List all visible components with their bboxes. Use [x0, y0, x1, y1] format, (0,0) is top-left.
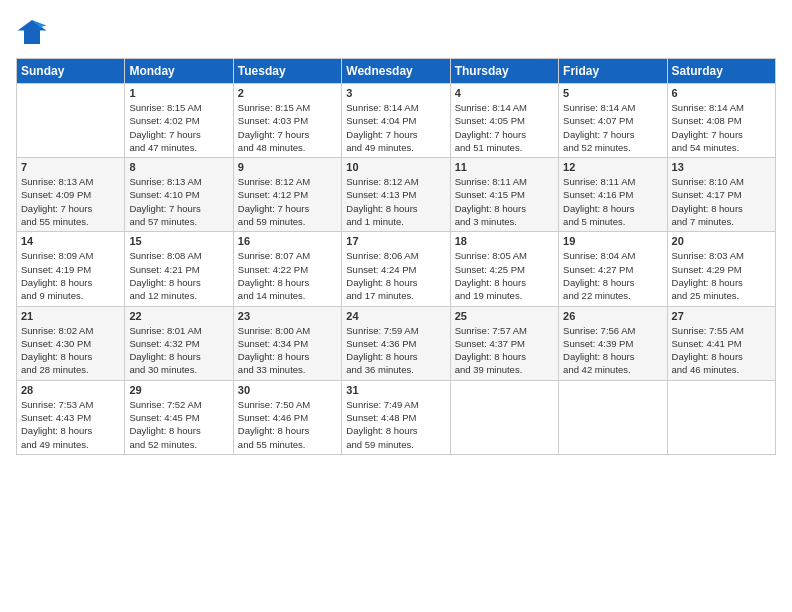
- calendar-cell: 8Sunrise: 8:13 AM Sunset: 4:10 PM Daylig…: [125, 158, 233, 232]
- day-content: Sunrise: 8:14 AM Sunset: 4:08 PM Dayligh…: [672, 101, 771, 154]
- calendar-cell: 31Sunrise: 7:49 AM Sunset: 4:48 PM Dayli…: [342, 380, 450, 454]
- day-header-tuesday: Tuesday: [233, 59, 341, 84]
- calendar-cell: 12Sunrise: 8:11 AM Sunset: 4:16 PM Dayli…: [559, 158, 667, 232]
- svg-marker-0: [18, 20, 47, 44]
- day-number: 12: [563, 161, 662, 173]
- calendar-cell: 28Sunrise: 7:53 AM Sunset: 4:43 PM Dayli…: [17, 380, 125, 454]
- calendar-cell: 2Sunrise: 8:15 AM Sunset: 4:03 PM Daylig…: [233, 84, 341, 158]
- day-content: Sunrise: 8:00 AM Sunset: 4:34 PM Dayligh…: [238, 324, 337, 377]
- day-content: Sunrise: 8:07 AM Sunset: 4:22 PM Dayligh…: [238, 249, 337, 302]
- day-content: Sunrise: 8:14 AM Sunset: 4:07 PM Dayligh…: [563, 101, 662, 154]
- day-number: 9: [238, 161, 337, 173]
- calendar-cell: 13Sunrise: 8:10 AM Sunset: 4:17 PM Dayli…: [667, 158, 775, 232]
- calendar-cell: [667, 380, 775, 454]
- day-content: Sunrise: 7:50 AM Sunset: 4:46 PM Dayligh…: [238, 398, 337, 451]
- calendar-cell: 16Sunrise: 8:07 AM Sunset: 4:22 PM Dayli…: [233, 232, 341, 306]
- calendar-cell: 6Sunrise: 8:14 AM Sunset: 4:08 PM Daylig…: [667, 84, 775, 158]
- logo-icon: [16, 16, 48, 48]
- day-number: 16: [238, 235, 337, 247]
- calendar-cell: 4Sunrise: 8:14 AM Sunset: 4:05 PM Daylig…: [450, 84, 558, 158]
- day-number: 26: [563, 310, 662, 322]
- day-content: Sunrise: 8:11 AM Sunset: 4:15 PM Dayligh…: [455, 175, 554, 228]
- calendar-week-2: 7Sunrise: 8:13 AM Sunset: 4:09 PM Daylig…: [17, 158, 776, 232]
- day-content: Sunrise: 7:52 AM Sunset: 4:45 PM Dayligh…: [129, 398, 228, 451]
- calendar-cell: 25Sunrise: 7:57 AM Sunset: 4:37 PM Dayli…: [450, 306, 558, 380]
- day-header-saturday: Saturday: [667, 59, 775, 84]
- day-number: 24: [346, 310, 445, 322]
- day-content: Sunrise: 8:08 AM Sunset: 4:21 PM Dayligh…: [129, 249, 228, 302]
- calendar-cell: 20Sunrise: 8:03 AM Sunset: 4:29 PM Dayli…: [667, 232, 775, 306]
- day-content: Sunrise: 7:59 AM Sunset: 4:36 PM Dayligh…: [346, 324, 445, 377]
- day-content: Sunrise: 8:14 AM Sunset: 4:05 PM Dayligh…: [455, 101, 554, 154]
- day-number: 5: [563, 87, 662, 99]
- day-number: 31: [346, 384, 445, 396]
- day-number: 6: [672, 87, 771, 99]
- day-number: 23: [238, 310, 337, 322]
- calendar-week-5: 28Sunrise: 7:53 AM Sunset: 4:43 PM Dayli…: [17, 380, 776, 454]
- day-number: 15: [129, 235, 228, 247]
- calendar-cell: [17, 84, 125, 158]
- day-number: 20: [672, 235, 771, 247]
- calendar-cell: 10Sunrise: 8:12 AM Sunset: 4:13 PM Dayli…: [342, 158, 450, 232]
- calendar-table: SundayMondayTuesdayWednesdayThursdayFrid…: [16, 58, 776, 455]
- day-number: 28: [21, 384, 120, 396]
- calendar-cell: 9Sunrise: 8:12 AM Sunset: 4:12 PM Daylig…: [233, 158, 341, 232]
- calendar-week-3: 14Sunrise: 8:09 AM Sunset: 4:19 PM Dayli…: [17, 232, 776, 306]
- day-header-wednesday: Wednesday: [342, 59, 450, 84]
- day-content: Sunrise: 8:10 AM Sunset: 4:17 PM Dayligh…: [672, 175, 771, 228]
- calendar-cell: 5Sunrise: 8:14 AM Sunset: 4:07 PM Daylig…: [559, 84, 667, 158]
- day-content: Sunrise: 7:53 AM Sunset: 4:43 PM Dayligh…: [21, 398, 120, 451]
- day-content: Sunrise: 8:14 AM Sunset: 4:04 PM Dayligh…: [346, 101, 445, 154]
- calendar-cell: 24Sunrise: 7:59 AM Sunset: 4:36 PM Dayli…: [342, 306, 450, 380]
- day-number: 27: [672, 310, 771, 322]
- day-number: 25: [455, 310, 554, 322]
- calendar-cell: 3Sunrise: 8:14 AM Sunset: 4:04 PM Daylig…: [342, 84, 450, 158]
- day-number: 30: [238, 384, 337, 396]
- day-content: Sunrise: 8:13 AM Sunset: 4:10 PM Dayligh…: [129, 175, 228, 228]
- day-number: 13: [672, 161, 771, 173]
- day-number: 10: [346, 161, 445, 173]
- day-content: Sunrise: 8:03 AM Sunset: 4:29 PM Dayligh…: [672, 249, 771, 302]
- calendar-cell: 18Sunrise: 8:05 AM Sunset: 4:25 PM Dayli…: [450, 232, 558, 306]
- day-number: 14: [21, 235, 120, 247]
- day-content: Sunrise: 7:55 AM Sunset: 4:41 PM Dayligh…: [672, 324, 771, 377]
- calendar-cell: 27Sunrise: 7:55 AM Sunset: 4:41 PM Dayli…: [667, 306, 775, 380]
- calendar-cell: 30Sunrise: 7:50 AM Sunset: 4:46 PM Dayli…: [233, 380, 341, 454]
- calendar-cell: 17Sunrise: 8:06 AM Sunset: 4:24 PM Dayli…: [342, 232, 450, 306]
- day-content: Sunrise: 7:57 AM Sunset: 4:37 PM Dayligh…: [455, 324, 554, 377]
- calendar-cell: [559, 380, 667, 454]
- day-content: Sunrise: 8:11 AM Sunset: 4:16 PM Dayligh…: [563, 175, 662, 228]
- day-content: Sunrise: 8:13 AM Sunset: 4:09 PM Dayligh…: [21, 175, 120, 228]
- day-content: Sunrise: 8:02 AM Sunset: 4:30 PM Dayligh…: [21, 324, 120, 377]
- calendar-cell: 22Sunrise: 8:01 AM Sunset: 4:32 PM Dayli…: [125, 306, 233, 380]
- day-header-monday: Monday: [125, 59, 233, 84]
- page-header: [16, 16, 776, 48]
- day-content: Sunrise: 8:09 AM Sunset: 4:19 PM Dayligh…: [21, 249, 120, 302]
- day-content: Sunrise: 8:15 AM Sunset: 4:03 PM Dayligh…: [238, 101, 337, 154]
- day-header-friday: Friday: [559, 59, 667, 84]
- day-number: 18: [455, 235, 554, 247]
- calendar-week-4: 21Sunrise: 8:02 AM Sunset: 4:30 PM Dayli…: [17, 306, 776, 380]
- calendar-cell: 23Sunrise: 8:00 AM Sunset: 4:34 PM Dayli…: [233, 306, 341, 380]
- calendar-cell: [450, 380, 558, 454]
- day-content: Sunrise: 8:12 AM Sunset: 4:13 PM Dayligh…: [346, 175, 445, 228]
- day-number: 29: [129, 384, 228, 396]
- calendar-header-row: SundayMondayTuesdayWednesdayThursdayFrid…: [17, 59, 776, 84]
- day-content: Sunrise: 7:49 AM Sunset: 4:48 PM Dayligh…: [346, 398, 445, 451]
- day-header-thursday: Thursday: [450, 59, 558, 84]
- day-content: Sunrise: 8:06 AM Sunset: 4:24 PM Dayligh…: [346, 249, 445, 302]
- day-content: Sunrise: 7:56 AM Sunset: 4:39 PM Dayligh…: [563, 324, 662, 377]
- calendar-cell: 1Sunrise: 8:15 AM Sunset: 4:02 PM Daylig…: [125, 84, 233, 158]
- day-number: 21: [21, 310, 120, 322]
- day-header-sunday: Sunday: [17, 59, 125, 84]
- day-content: Sunrise: 8:01 AM Sunset: 4:32 PM Dayligh…: [129, 324, 228, 377]
- calendar-cell: 7Sunrise: 8:13 AM Sunset: 4:09 PM Daylig…: [17, 158, 125, 232]
- logo: [16, 16, 52, 48]
- calendar-cell: 11Sunrise: 8:11 AM Sunset: 4:15 PM Dayli…: [450, 158, 558, 232]
- day-number: 7: [21, 161, 120, 173]
- calendar-cell: 21Sunrise: 8:02 AM Sunset: 4:30 PM Dayli…: [17, 306, 125, 380]
- day-number: 4: [455, 87, 554, 99]
- calendar-cell: 29Sunrise: 7:52 AM Sunset: 4:45 PM Dayli…: [125, 380, 233, 454]
- day-number: 22: [129, 310, 228, 322]
- calendar-cell: 15Sunrise: 8:08 AM Sunset: 4:21 PM Dayli…: [125, 232, 233, 306]
